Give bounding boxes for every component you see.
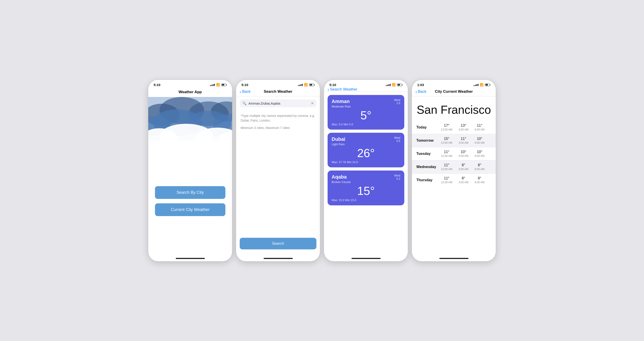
signal-icon-2	[298, 84, 303, 86]
city-desc-amman: Moderate Rain	[332, 105, 350, 108]
time-1: 5:10	[154, 83, 160, 87]
temp-tue-1: 10° 3:00 AM	[459, 150, 468, 158]
minmax-amman: Max: 5.0 Min 5.0	[332, 123, 400, 126]
forecast-day-today: Today	[416, 125, 441, 129]
home-bar-3	[352, 258, 380, 259]
nav-bar-2: ‹ Back Search Weather	[236, 88, 320, 96]
forecast-row-today: Today 17° 12:00 AM 13° 3:00 AM 11° 6:00 …	[412, 121, 496, 134]
forecast-temps-tuesday: 11° 12:00 AM 10° 3:00 AM 10° 6:00 AM	[441, 150, 484, 158]
forecast-row-tuesday: Tuesday 11° 12:00 AM 10° 3:00 AM 10° 6:0…	[412, 147, 496, 160]
hero-banner	[148, 97, 232, 146]
temp-wed-1: 8° 3:00 AM	[459, 163, 468, 171]
temp-wed-2: 8° 6:00 AM	[475, 163, 484, 171]
card-top-amman: Amman Moderate Rain Wind 2.6	[332, 98, 400, 108]
battery-icon-2	[309, 84, 314, 86]
screen1-frame: 5:10 📶 Weather App	[148, 80, 232, 261]
card-left-dubai: Dubai Light Rain	[332, 136, 345, 146]
temp-today-2: 11° 6:00 AM	[475, 124, 484, 131]
battery-icon-1	[221, 84, 227, 86]
battery-icon-4	[485, 84, 490, 86]
search-hint-1: *Type multiple city names sepereated by …	[240, 113, 316, 123]
temp-tue-2: 10° 6:00 AM	[475, 150, 484, 158]
weather-card-aqaba[interactable]: Aqaba Broken Clouds Wind 6.2 15° Max: 15…	[328, 170, 404, 205]
screen4-frame: 1:03 📶 ‹ Back City Current Weather San F…	[412, 80, 496, 261]
forecast-day-tomorrow: Tomorrow	[416, 139, 441, 143]
temp-wed-0: 11° 12:00 AM	[441, 163, 452, 171]
nav-bar-3: ‹ Search Weather	[324, 88, 408, 92]
back-chevron-2: ‹	[240, 89, 241, 94]
card-left-amman: Amman Moderate Rain	[332, 98, 350, 108]
status-icons-2: 📶	[298, 83, 314, 86]
forecast-row-wednesday: Wednesday 11° 12:00 AM 8° 3:00 AM 8° 6:0…	[412, 160, 496, 173]
temp-thu-0: 11° 12:00 AM	[441, 176, 452, 184]
city-name-amman: Amman	[332, 98, 350, 104]
nav-bar-4: ‹ Back City Current Weather	[412, 88, 496, 96]
back-button-4[interactable]: ‹ Back	[416, 89, 426, 94]
wifi-icon-2: 📶	[304, 83, 308, 86]
wind-aqaba: Wind 6.2	[394, 174, 400, 180]
card-top-aqaba: Aqaba Broken Clouds Wind 6.2	[332, 174, 400, 184]
home-bar-4	[440, 258, 468, 259]
weather-card-amman[interactable]: Amman Moderate Rain Wind 2.6 5° Max: 5.0…	[328, 95, 404, 130]
forecast-list: Today 17° 12:00 AM 13° 3:00 AM 11° 6:00 …	[412, 121, 496, 256]
status-bar-4: 1:03 📶	[412, 80, 496, 88]
time-4: 1:03	[417, 83, 424, 87]
status-icons-4: 📶	[474, 83, 490, 86]
wind-dubai: Wind 0.5	[394, 136, 400, 143]
temp-dubai: 26°	[332, 147, 400, 160]
temp-thu-1: 8° 3:00 AM	[459, 176, 468, 184]
wind-amman: Wind 2.6	[394, 98, 400, 105]
city-name-aqaba: Aqaba	[332, 174, 350, 180]
screen2-frame: 5:10 📶 ‹ Back Search Weather 🔍 ✕ *Type m…	[236, 80, 320, 261]
back-button-2[interactable]: ‹ Back	[240, 89, 250, 94]
forecast-day-thursday: Thursday	[416, 178, 441, 182]
status-bar-2: 5:10 📶	[236, 80, 320, 88]
search-button[interactable]: Search	[240, 238, 316, 249]
search-by-city-button[interactable]: Search By City	[155, 186, 226, 199]
temp-aqaba: 15°	[332, 185, 400, 197]
city-desc-aqaba: Broken Clouds	[332, 180, 350, 184]
temp-tomorrow-1: 11° 3:00 AM	[459, 137, 468, 144]
search-btn-wrap: Search	[236, 233, 320, 256]
search-hint-2: Minimum 3 cities, Maximum 7 cities	[240, 126, 316, 130]
search-input[interactable]	[248, 101, 309, 105]
temp-tomorrow-0: 15° 12:00 AM	[441, 137, 452, 144]
search-container: 🔍 ✕	[236, 96, 320, 109]
temp-today-1: 13° 3:00 AM	[459, 124, 468, 131]
home-indicator-2	[236, 256, 320, 261]
signal-icon-3	[386, 84, 391, 86]
screen3-frame: 5:10 📶 ‹ Search Weather Amman Moderate R…	[324, 80, 408, 261]
nav-title-4: City Current Weather	[435, 89, 473, 94]
back-label-4: Back	[418, 89, 426, 94]
wifi-icon-3: 📶	[392, 83, 396, 86]
forecast-temps-tomorrow: 15° 12:00 AM 11° 3:00 AM 10° 6:00 AM	[441, 137, 484, 144]
temp-tomorrow-2: 10° 6:00 AM	[475, 137, 484, 144]
search-input-wrap: 🔍 ✕	[240, 99, 316, 107]
forecast-day-wednesday: Wednesday	[416, 165, 441, 169]
forecast-temps-wednesday: 11° 12:00 AM 8° 3:00 AM 8° 6:00 AM	[441, 163, 484, 171]
home-bar-2	[264, 258, 293, 259]
city-name-large: San Francisco	[412, 96, 496, 121]
nav-title-2: Search Weather	[264, 89, 292, 94]
temp-amman: 5°	[332, 109, 400, 122]
home-indicator-3	[324, 256, 408, 261]
app-title: Weather App	[148, 88, 232, 97]
temp-today-0: 17° 12:00 AM	[441, 124, 452, 131]
cloud-illustration	[148, 97, 232, 146]
home-indicator-1	[148, 256, 232, 261]
back-label-2: Back	[242, 89, 251, 94]
current-city-weather-button[interactable]: Current City Weather	[155, 203, 226, 216]
weather-list: Amman Moderate Rain Wind 2.6 5° Max: 5.0…	[324, 92, 408, 256]
minmax-dubai: Max: 27.78 Min 24.0	[332, 160, 400, 164]
main-buttons-area: Search By City Current City Weather	[148, 146, 232, 256]
home-bar-1	[176, 258, 205, 259]
forecast-temps-today: 17° 12:00 AM 13° 3:00 AM 11° 6:00 AM	[441, 124, 484, 131]
city-name-dubai: Dubai	[332, 136, 345, 142]
wifi-icon-4: 📶	[480, 83, 484, 86]
search-hint-area: *Type multiple city names sepereated by …	[236, 109, 320, 130]
status-bar-3: 5:10 📶	[324, 80, 408, 88]
temp-tue-0: 11° 12:00 AM	[441, 150, 452, 158]
weather-card-dubai[interactable]: Dubai Light Rain Wind 0.5 26° Max: 27.78…	[328, 133, 404, 167]
time-2: 5:10	[242, 83, 248, 87]
clear-icon[interactable]: ✕	[311, 101, 314, 105]
